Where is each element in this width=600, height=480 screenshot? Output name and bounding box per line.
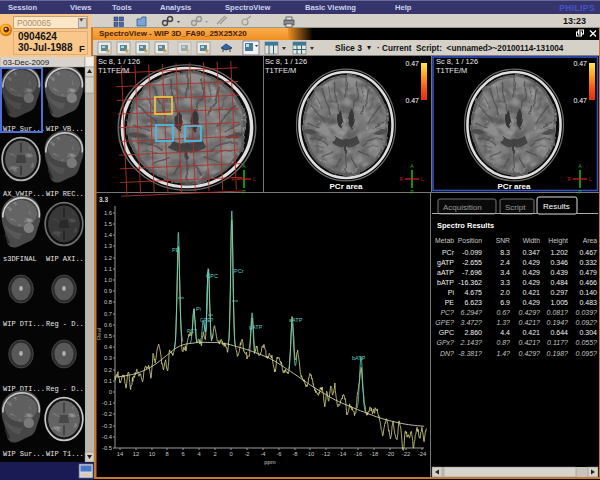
svg-text:1.3?: 1.3? (496, 319, 510, 326)
svg-text:aATP: aATP (289, 317, 303, 323)
svg-text:0.466: 0.466 (579, 279, 597, 286)
svg-text:Sc 8, 1 / 126: Sc 8, 1 / 126 (436, 57, 478, 66)
svg-text:-0.2: -0.2 (102, 411, 112, 417)
svg-text:Reg - D...: Reg - D... (46, 320, 88, 328)
svg-text:T1TFE/M: T1TFE/M (436, 66, 467, 75)
svg-text:0: 0 (109, 389, 112, 395)
svg-text:0.140: 0.140 (579, 289, 597, 296)
svg-text:0.055?: 0.055? (576, 339, 598, 346)
svg-text:2.860: 2.860 (464, 329, 482, 336)
svg-text:0.304: 0.304 (579, 329, 597, 336)
svg-text:GPC: GPC (439, 329, 454, 336)
svg-text:Position: Position (458, 237, 482, 244)
svg-text:Script: Script (505, 203, 526, 212)
svg-text:Reg - D...: Reg - D... (46, 385, 88, 393)
svg-text:03-Dec-2009: 03-Dec-2009 (3, 58, 50, 67)
svg-text:0.117?: 0.117? (547, 339, 568, 346)
svg-text:SNR: SNR (496, 237, 510, 244)
svg-text:0.644: 0.644 (550, 329, 568, 336)
svg-text:-24: -24 (418, 451, 427, 457)
svg-text:PCr area: PCr area (498, 182, 531, 191)
svg-text:Area: Area (583, 237, 598, 244)
svg-text:0.429: 0.429 (522, 269, 540, 276)
svg-text:Spectro Results: Spectro Results (437, 221, 494, 230)
svg-text:-20: -20 (386, 451, 394, 457)
svg-text:-0.4: -0.4 (102, 434, 113, 440)
svg-text:Sc 8, 1 / 126: Sc 8, 1 / 126 (98, 57, 140, 66)
svg-text:0.9: 0.9 (104, 288, 112, 294)
svg-text:1.4: 1.4 (104, 232, 113, 238)
svg-text:Metab: Metab (435, 237, 454, 244)
svg-text:10: 10 (149, 451, 155, 457)
svg-text:gATP: gATP (249, 324, 263, 330)
svg-text:WIP REC...: WIP REC... (46, 190, 88, 198)
svg-text:3.4: 3.4 (500, 269, 510, 276)
svg-text:PC?: PC? (440, 309, 454, 316)
svg-text:GPE?: GPE? (435, 319, 454, 326)
svg-text:0.421?: 0.421? (519, 339, 541, 346)
svg-text:Acquisition: Acquisition (443, 203, 482, 212)
svg-text:bATP: bATP (352, 355, 366, 361)
svg-text:0.421?: 0.421? (519, 319, 541, 326)
svg-text:0.439: 0.439 (550, 269, 568, 276)
svg-text:3.3: 3.3 (500, 279, 510, 286)
svg-text:T1TFE/M: T1TFE/M (98, 66, 129, 75)
svg-text:-12: -12 (322, 451, 330, 457)
svg-text:0.5: 0.5 (104, 333, 112, 339)
svg-text:PCr area: PCr area (330, 182, 363, 191)
svg-text:1.202: 1.202 (550, 249, 568, 256)
svg-text:DN?: DN? (440, 350, 454, 357)
svg-text:WIP T1...: WIP T1... (46, 450, 84, 458)
svg-text:1.5: 1.5 (104, 221, 112, 227)
svg-text:4.675: 4.675 (464, 289, 482, 296)
svg-text:ppm: ppm (264, 459, 275, 465)
svg-text:0.332: 0.332 (579, 259, 597, 266)
svg-text:2.143?: 2.143? (460, 339, 483, 346)
svg-text:PCr: PCr (442, 249, 455, 256)
svg-text:3.472?: 3.472? (461, 319, 483, 326)
svg-text:0.429: 0.429 (522, 279, 540, 286)
svg-text:bATP: bATP (437, 279, 454, 286)
svg-text:1.6: 1.6 (104, 210, 112, 216)
svg-text:0.039?: 0.039? (576, 309, 598, 316)
svg-text:-16: -16 (354, 451, 362, 457)
svg-text:GPx?: GPx? (436, 339, 454, 346)
svg-text:0.6?: 0.6? (496, 309, 510, 316)
svg-text:-0.1: -0.1 (102, 400, 112, 406)
svg-text:GPE?: GPE? (200, 317, 214, 323)
svg-text:0.47: 0.47 (573, 97, 587, 104)
svg-text:0.081?: 0.081? (547, 309, 569, 316)
svg-text:0.421: 0.421 (522, 289, 540, 296)
svg-text:6.294?: 6.294? (461, 309, 483, 316)
svg-text:6: 6 (181, 451, 184, 457)
svg-text:0.8: 0.8 (104, 299, 112, 305)
svg-text:0.429: 0.429 (522, 259, 540, 266)
svg-text:-10: -10 (306, 451, 314, 457)
svg-text:0.47: 0.47 (573, 60, 587, 67)
svg-text:0.429?: 0.429? (519, 309, 541, 316)
svg-text:-16.362: -16.362 (458, 279, 482, 286)
svg-text:0.483: 0.483 (579, 299, 597, 306)
svg-text:0.421: 0.421 (522, 329, 540, 336)
svg-text:6.623: 6.623 (464, 299, 482, 306)
svg-text:-6: -6 (276, 451, 281, 457)
svg-text:0.6: 0.6 (104, 322, 112, 328)
svg-text:WIP Sur...: WIP Sur... (3, 450, 45, 458)
svg-text:0.346: 0.346 (550, 259, 568, 266)
svg-text:-4: -4 (260, 451, 266, 457)
svg-text:1.2: 1.2 (104, 255, 112, 261)
svg-text:Sc 8, 1 / 126: Sc 8, 1 / 126 (265, 57, 307, 66)
svg-text:0.479: 0.479 (579, 269, 597, 276)
svg-text:2: 2 (213, 451, 216, 457)
svg-text:0.4: 0.4 (104, 344, 113, 350)
svg-text:PE: PE (172, 247, 180, 253)
svg-text:T1TFE/M: T1TFE/M (265, 66, 296, 75)
svg-text:-0.5: -0.5 (102, 445, 112, 451)
svg-text:PC?: PC? (187, 328, 197, 334)
svg-text:0.297: 0.297 (550, 289, 568, 296)
svg-text:PCr: PCr (234, 268, 244, 274)
svg-text:0.347: 0.347 (522, 249, 540, 256)
svg-text:-8: -8 (292, 451, 297, 457)
svg-text:Height: Height (548, 237, 568, 245)
svg-text:Real: Real (96, 328, 102, 340)
